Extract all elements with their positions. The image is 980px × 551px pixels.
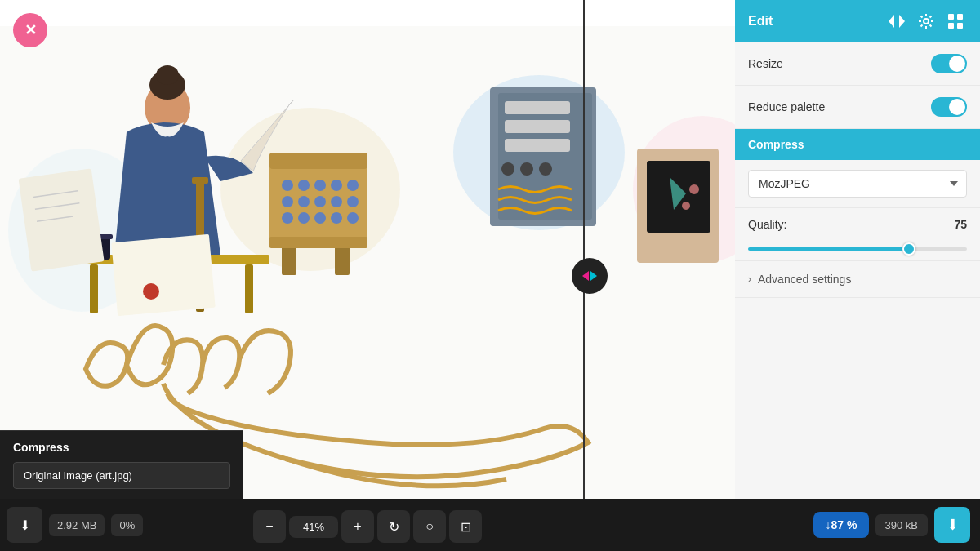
center-controls: − 41% + ↻ ○ ⊡ [253, 510, 482, 543]
svg-point-55 [689, 184, 699, 194]
codec-dropdown[interactable]: MozJPEG WebP AVIF OxiPNG [748, 170, 967, 198]
compressed-size-badge: 390 kB [875, 514, 928, 536]
zoom-plus-button[interactable]: + [341, 510, 374, 543]
compress-percent-value: ↓87 [825, 518, 844, 531]
close-icon: ✕ [24, 21, 37, 39]
left-panel-title: Compress [13, 441, 230, 454]
file-size-badge: 2.92 MB [49, 514, 105, 536]
grid-button[interactable] [944, 10, 967, 33]
svg-rect-62 [948, 23, 954, 29]
advanced-settings-row[interactable]: › Advanced settings [735, 261, 980, 298]
advanced-settings-label: Advanced settings [758, 273, 851, 286]
compress-section-title: Compress [748, 138, 804, 151]
right-panel-title: Edit [748, 14, 773, 29]
rotate-icon: ↻ [389, 519, 399, 535]
svg-point-36 [282, 212, 293, 224]
svg-point-50 [520, 162, 533, 176]
svg-point-39 [331, 212, 342, 224]
quality-row: Quality: 75 [735, 208, 980, 261]
compress-section-header: Compress [735, 129, 980, 160]
split-handle[interactable] [572, 258, 608, 294]
svg-point-35 [347, 196, 359, 207]
plus-icon: + [354, 519, 361, 534]
codec-row: MozJPEG WebP AVIF OxiPNG [735, 160, 980, 208]
svg-point-32 [298, 196, 310, 207]
svg-point-40 [347, 212, 359, 224]
quality-header: Quality: 75 [748, 218, 967, 231]
svg-rect-15 [245, 264, 253, 313]
reduce-palette-toggle[interactable] [931, 97, 967, 117]
reduce-palette-label: Reduce palette [748, 100, 825, 113]
reset-icon: ○ [425, 519, 434, 534]
svg-point-33 [314, 196, 326, 207]
resize-label: Resize [748, 57, 783, 70]
zoom-display: 41% [289, 516, 338, 538]
svg-rect-20 [19, 168, 105, 271]
quality-value: 75 [954, 218, 967, 231]
svg-rect-43 [270, 237, 368, 248]
svg-point-7 [156, 65, 179, 85]
grid-icon [947, 13, 964, 29]
canvas-area: ✕ Compress Original Image (art.jpg) Opti… [0, 0, 735, 551]
resize-toggle-knob [949, 56, 965, 72]
quality-label: Quality: [748, 218, 786, 231]
svg-marker-58 [899, 15, 905, 28]
compress-percent-button[interactable]: ↓87% [813, 512, 868, 538]
arrow-left-icon [582, 271, 589, 281]
percent-badge: 0% [111, 514, 143, 536]
svg-point-31 [282, 196, 293, 207]
back-forward-icon [889, 15, 905, 28]
svg-point-34 [331, 196, 342, 207]
svg-rect-48 [505, 139, 570, 152]
minus-icon: − [265, 519, 273, 534]
rotate-button[interactable]: ↻ [377, 510, 410, 543]
back-forward-button[interactable] [885, 10, 908, 33]
left-dropdown-row: Original Image (art.jpg) Optimized [13, 462, 230, 489]
left-compress-dropdown[interactable]: Original Image (art.jpg) Optimized [13, 462, 230, 489]
svg-point-51 [539, 162, 552, 176]
svg-rect-14 [90, 264, 98, 313]
reset-button[interactable]: ○ [413, 510, 446, 543]
crop-button[interactable]: ⊡ [449, 510, 482, 543]
svg-rect-16 [111, 234, 215, 316]
right-panel-header: Edit [735, 0, 980, 42]
chevron-right-icon: › [748, 273, 751, 285]
svg-point-38 [314, 212, 326, 224]
svg-point-26 [282, 180, 293, 191]
settings-icon [918, 13, 934, 29]
svg-rect-47 [505, 120, 570, 133]
svg-point-30 [347, 180, 359, 191]
close-button[interactable]: ✕ [13, 13, 47, 47]
download-button-left[interactable]: ⬇ [7, 507, 42, 543]
settings-button[interactable] [915, 10, 938, 33]
right-panel-bottom: ↓87% 390 kB ⬇ [735, 499, 980, 551]
svg-rect-25 [270, 153, 368, 169]
bottom-left-stats: ⬇ 2.92 MB 0% [0, 507, 149, 543]
arrow-right-icon [590, 271, 597, 281]
crop-icon: ⊡ [461, 519, 471, 535]
svg-point-29 [331, 180, 342, 191]
svg-rect-61 [957, 14, 963, 20]
header-icons [885, 10, 967, 33]
svg-rect-63 [957, 23, 963, 29]
svg-point-49 [501, 162, 514, 176]
svg-rect-46 [505, 101, 570, 114]
download-icon-left: ⬇ [20, 518, 30, 533]
svg-point-27 [298, 180, 310, 191]
reduce-palette-row: Reduce palette [735, 86, 980, 129]
svg-point-56 [682, 202, 690, 210]
resize-toggle[interactable] [931, 54, 967, 73]
quality-slider[interactable] [748, 247, 967, 251]
download-button-right[interactable]: ⬇ [934, 507, 970, 543]
reduce-palette-knob [949, 99, 965, 115]
download-icon-right: ⬇ [947, 516, 959, 534]
bottom-toolbar: ⬇ 2.92 MB 0% − 41% + ↻ ○ ⊡ [0, 499, 735, 551]
left-compress-panel: Compress Original Image (art.jpg) Optimi… [0, 430, 243, 499]
right-panel: Edit [735, 0, 980, 551]
svg-rect-12 [192, 177, 208, 184]
svg-point-37 [298, 212, 310, 224]
svg-marker-57 [889, 15, 894, 28]
svg-rect-60 [948, 14, 954, 20]
zoom-minus-button[interactable]: − [253, 510, 286, 543]
svg-point-28 [314, 180, 326, 191]
